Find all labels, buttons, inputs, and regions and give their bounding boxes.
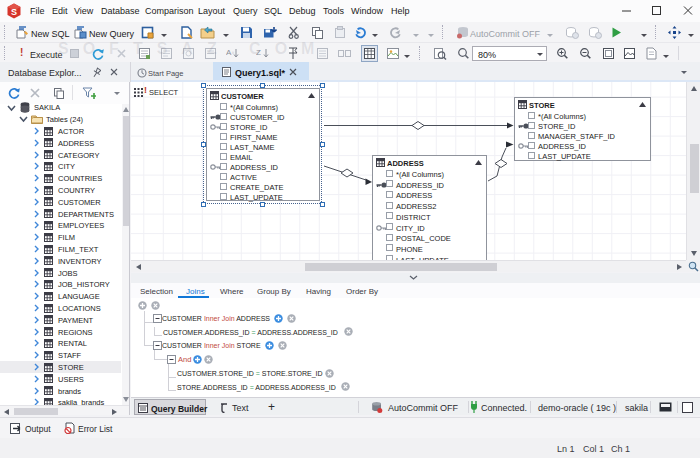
svg-text:S: S — [11, 7, 17, 17]
